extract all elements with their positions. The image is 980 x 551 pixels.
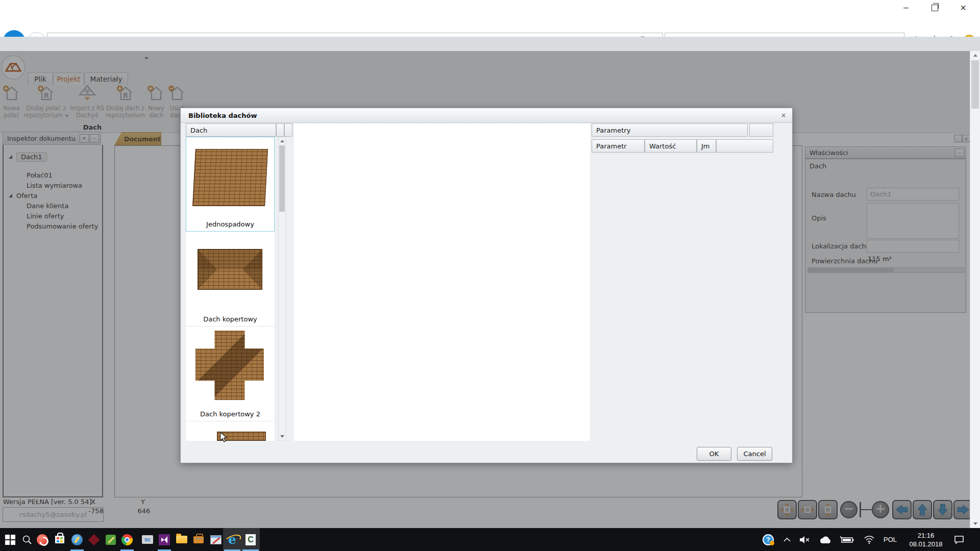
taskbar-app-visual-studio[interactable]	[156, 528, 173, 551]
minimize-icon: –	[903, 3, 908, 13]
roof-list-header[interactable]: Dach	[186, 123, 276, 137]
diamond-icon	[88, 534, 100, 545]
compass-icon	[71, 534, 83, 545]
roof-preview-pane	[294, 123, 590, 441]
roof-list: Jednospadowy Dach kopertowy Dach koperto…	[186, 137, 275, 441]
roof-list-header-button[interactable]	[284, 123, 292, 137]
app-page: Plik Projekt Materiały Nowapołać R Dodaj…	[0, 51, 980, 528]
screen: – × http://app.rsroofs.eu/pl/RSD5/RSD5	[0, 0, 980, 551]
browser-navbar: http://app.rsroofs.eu/pl/RSD5/RSD5	[0, 15, 980, 37]
tray-language-indicator[interactable]: POL	[880, 528, 900, 551]
roof-thumbnail	[198, 249, 262, 290]
restore-icon	[932, 5, 938, 11]
taskbar-app-internet-explorer[interactable]: e	[223, 528, 241, 551]
taskbar-app-toolbox[interactable]	[190, 528, 207, 551]
taskbar-app-sc[interactable]: SC	[139, 528, 156, 551]
taskbar-app-notes[interactable]	[102, 528, 119, 551]
column-header-jm[interactable]: Jm	[697, 139, 716, 153]
ok-button[interactable]: OK	[697, 447, 731, 461]
taskbar-app-paint[interactable]	[207, 528, 225, 551]
scroll-up-icon[interactable]	[973, 54, 977, 57]
monitor-icon: SC	[142, 535, 153, 544]
dialog-close-icon[interactable]: ×	[781, 112, 786, 119]
parameters-header-label: Parametry	[596, 127, 630, 134]
column-header-wartosc[interactable]: Wartość	[645, 139, 697, 153]
action-center-button[interactable]	[950, 528, 968, 551]
taskbar-app-c[interactable]: C	[241, 528, 260, 551]
roof-thumbnail	[195, 331, 264, 400]
parameters-header: Parametry	[592, 123, 748, 137]
cancel-button[interactable]: Cancel	[737, 447, 772, 461]
parameters-header-button[interactable]	[749, 123, 773, 137]
roof-list-scrollbar[interactable]	[278, 137, 286, 441]
taskbar-app-chrome[interactable]	[118, 528, 136, 551]
roof-library-dialog: Biblioteka dachów × Dach Jednospadowy Da…	[180, 108, 793, 463]
store-bag-icon	[55, 536, 64, 543]
folder-icon	[176, 536, 187, 543]
c-app-icon: C	[246, 534, 256, 545]
column-header-parametr[interactable]: Parametr	[592, 139, 645, 153]
taskbar-app-swirl[interactable]	[34, 528, 51, 551]
windows-logo-icon	[5, 535, 15, 545]
taskbar-app-compass[interactable]	[68, 528, 86, 551]
roof-thumbnail	[192, 149, 268, 206]
tray-onedrive-icon[interactable]	[818, 528, 834, 551]
clock-date: 08.01.2018	[909, 540, 942, 548]
window-titlebar: – ×	[0, 0, 980, 15]
taskbar: SC e C ?	[0, 528, 980, 551]
visual-studio-icon	[159, 534, 170, 545]
dialog-title: Biblioteka dachów	[188, 112, 257, 119]
c-letter: C	[248, 535, 254, 544]
scroll-down-icon[interactable]	[280, 435, 284, 438]
ok-button-label: OK	[709, 450, 719, 458]
sc-label: SC	[144, 537, 151, 542]
action-center-icon	[954, 535, 964, 544]
tray-clock[interactable]: 21:16 08.01.2018	[902, 528, 949, 551]
tray-help-icon[interactable]: ?	[761, 528, 776, 551]
chrome-icon	[121, 534, 133, 545]
scroll-up-icon[interactable]	[280, 140, 284, 142]
roof-item-label: Jednospadowy	[186, 220, 274, 228]
internet-explorer-icon: e	[226, 533, 239, 546]
window-close-button[interactable]: ×	[951, 0, 975, 15]
roof-item-dach-kopertowy-2[interactable]: Dach kopertowy 2	[186, 327, 275, 421]
cancel-button-label: Cancel	[743, 450, 766, 458]
roof-item-partial[interactable]	[186, 421, 275, 441]
cloud-icon	[819, 536, 832, 544]
window-minimize-button[interactable]: –	[894, 0, 918, 15]
column-label: Wartość	[649, 142, 676, 150]
taskbar-search-button[interactable]	[18, 528, 36, 551]
chevron-up-icon	[783, 537, 791, 542]
browser-tabbar: app.rsroofs.eu ×	[0, 37, 980, 52]
window-restore-button[interactable]	[923, 0, 946, 15]
app-icon	[37, 534, 48, 545]
scrollbar-thumb[interactable]	[279, 145, 285, 212]
taskbar-app-store[interactable]	[51, 528, 68, 551]
column-label: Parametr	[596, 142, 627, 150]
scroll-down-icon[interactable]	[973, 522, 977, 525]
scrollbar-thumb[interactable]	[971, 60, 979, 109]
taskbar-app-explorer[interactable]	[173, 528, 190, 551]
column-header-empty	[716, 139, 773, 153]
speaker-muted-icon	[799, 536, 811, 544]
roof-item-jednospadowy[interactable]: Jednospadowy	[186, 137, 275, 232]
page-scrollbar[interactable]	[970, 51, 980, 528]
paint-icon	[210, 535, 222, 544]
toolbox-icon	[193, 536, 204, 543]
tray-show-hidden-icon[interactable]	[781, 528, 793, 551]
roof-list-header-spacer	[276, 123, 284, 137]
search-icon	[22, 535, 32, 545]
tray-battery-icon[interactable]	[838, 528, 855, 551]
wifi-icon	[864, 535, 875, 544]
close-icon: ×	[960, 2, 966, 14]
green-pencil-icon	[106, 535, 116, 545]
tray-volume-muted-icon[interactable]	[797, 528, 813, 551]
start-button[interactable]	[2, 528, 19, 551]
clock-time: 21:16	[918, 531, 935, 540]
dialog-titlebar[interactable]: Biblioteka dachów ×	[181, 108, 792, 123]
taskbar-app-omen[interactable]	[85, 528, 103, 551]
roof-item-label: Dach kopertowy	[186, 315, 275, 323]
tray-wifi-icon[interactable]	[862, 528, 877, 551]
mouse-cursor	[219, 432, 228, 443]
roof-item-dach-kopertowy[interactable]: Dach kopertowy	[186, 232, 275, 327]
